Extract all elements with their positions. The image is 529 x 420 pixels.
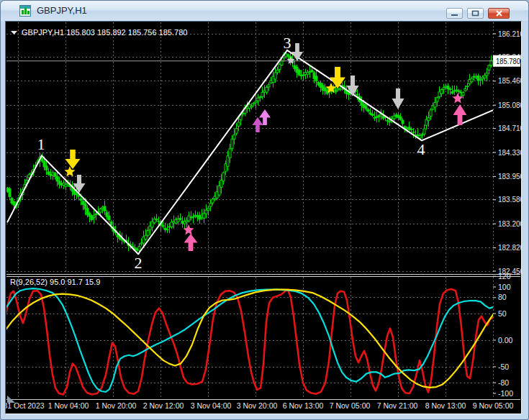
svg-text:3 Nov 20:00: 3 Nov 20:00 — [237, 401, 278, 410]
svg-text:2 Nov 12:00: 2 Nov 12:00 — [143, 401, 184, 410]
svg-text:80: 80 — [498, 293, 507, 301]
svg-text:1 Nov 20:00: 1 Nov 20:00 — [96, 401, 137, 410]
indicator-axis[interactable]: 12010080500.00-50-80-100 — [493, 272, 513, 398]
svg-text:9 Nov 05:00: 9 Nov 05:00 — [473, 401, 514, 410]
chart-canvas[interactable]: 186.210185.840185.460185.080184.710184.3… — [6, 22, 521, 414]
wpr-indicator-lines — [6, 288, 493, 394]
svg-text:6 Nov 13:00: 6 Nov 13:00 — [283, 401, 324, 410]
chart-client-area[interactable]: 186.210185.840185.460185.080184.710184.3… — [5, 21, 522, 414]
svg-text:184.710: 184.710 — [498, 124, 521, 132]
arrow-up-marker-icon[interactable] — [253, 117, 263, 132]
close-button[interactable] — [488, 8, 510, 19]
svg-text:184.330: 184.330 — [498, 148, 521, 157]
arrow-down-marker-icon[interactable] — [65, 150, 81, 169]
svg-text:185.080: 185.080 — [498, 101, 521, 109]
zigzag-label[interactable]: 1 — [37, 135, 45, 153]
grid-lines — [6, 22, 493, 399]
svg-text:50: 50 — [498, 309, 507, 318]
svg-text:182.820: 182.820 — [498, 243, 521, 252]
svg-text:GBPJPY,H1 185.803 185.892 185.: GBPJPY,H1 185.803 185.892 185.756 185.78… — [22, 28, 187, 37]
chart-window-icon — [19, 5, 31, 17]
arrow-down-marker-icon[interactable] — [291, 43, 303, 61]
svg-text:-100: -100 — [498, 389, 513, 398]
svg-text:183.200: 183.200 — [498, 219, 521, 228]
svg-text:183.950: 183.950 — [498, 172, 521, 181]
indicator-label: R(9,26,52) 95.0 91.7 15.9 — [10, 278, 100, 286]
minimize-icon — [451, 10, 458, 17]
close-icon — [495, 10, 503, 17]
svg-text:185.460: 185.460 — [498, 76, 521, 85]
svg-text:7 Nov 05:00: 7 Nov 05:00 — [330, 401, 371, 410]
restore-button[interactable] — [467, 8, 484, 19]
svg-text:186.210: 186.210 — [498, 29, 521, 38]
arrow-down-marker-icon[interactable] — [392, 88, 404, 109]
symbol-dropdown-icon[interactable] — [11, 31, 17, 35]
restore-icon — [471, 10, 479, 17]
svg-text:8 Nov 13:00: 8 Nov 13:00 — [425, 401, 466, 410]
window-title: GBPJPY,H1 — [37, 5, 87, 16]
mt4-chart-window: GBPJPY,H1 186.210185.840185.460185.08018… — [0, 0, 529, 420]
window-controls — [446, 8, 510, 19]
zigzag-label[interactable]: 4 — [417, 140, 425, 158]
svg-text:100: 100 — [498, 283, 511, 291]
current-price-box: 185.780 — [493, 55, 520, 67]
zigzag-label[interactable]: 3 — [284, 34, 291, 52]
wpr-line-fast — [6, 289, 493, 395]
title-bar[interactable]: GBPJPY,H1 — [1, 1, 528, 21]
star-marker-icon[interactable] — [452, 93, 463, 104]
time-axis[interactable]: 31 Oct 20231 Nov 04:001 Nov 20:002 Nov 1… — [6, 401, 513, 410]
svg-text:-80: -80 — [498, 378, 509, 387]
symbol-info-line: GBPJPY,H1 185.803 185.892 185.756 185.78… — [11, 28, 187, 37]
svg-text:7 Nov 21:00: 7 Nov 21:00 — [377, 401, 418, 410]
signal-markers — [64, 43, 466, 251]
svg-text:0.00: 0.00 — [498, 336, 513, 344]
svg-text:3 Nov 04:00: 3 Nov 04:00 — [191, 401, 232, 410]
svg-text:-50: -50 — [498, 362, 509, 371]
svg-text:185.780: 185.780 — [496, 57, 520, 65]
svg-text:1 Nov 04:00: 1 Nov 04:00 — [48, 401, 89, 410]
svg-text:120: 120 — [498, 272, 511, 280]
zigzag-label[interactable]: 2 — [135, 254, 143, 272]
minimize-button[interactable] — [446, 8, 463, 19]
svg-text:183.580: 183.580 — [498, 195, 521, 204]
arrow-up-marker-icon[interactable] — [184, 234, 198, 251]
